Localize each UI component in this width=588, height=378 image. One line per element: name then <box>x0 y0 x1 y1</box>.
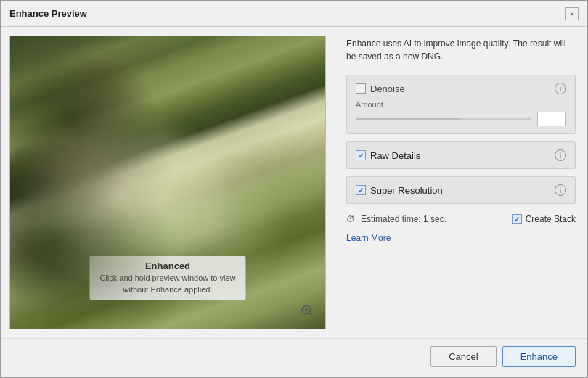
preview-label-title: Enhanced <box>99 260 235 271</box>
denoise-group: Denoise i Amount <box>346 75 576 134</box>
denoise-checkbox[interactable] <box>356 83 366 94</box>
estimated-row: ⏱ Estimated time: 1 sec. Create Stack <box>346 214 576 224</box>
cancel-button[interactable]: Cancel <box>430 346 496 367</box>
estimated-text: Estimated time: 1 sec. <box>361 214 506 224</box>
super-resolution-label: Super Resolution <box>370 185 550 196</box>
amount-label: Amount <box>356 100 566 109</box>
slider-fill <box>356 118 461 120</box>
super-resolution-checkbox[interactable] <box>356 185 366 195</box>
create-stack-row: Create Stack <box>512 214 576 224</box>
super-resolution-group: Super Resolution i <box>346 176 576 204</box>
description-text: Enhance uses AI to improve image quality… <box>346 37 576 63</box>
create-stack-label: Create Stack <box>526 214 576 224</box>
close-button[interactable]: × <box>565 7 579 20</box>
settings-panel: Enhance uses AI to improve image quality… <box>335 27 587 338</box>
denoise-label: Denoise <box>370 83 550 94</box>
preview-image[interactable]: Enhanced Click and hold preview window t… <box>9 36 326 329</box>
raw-details-label: Raw Details <box>370 150 550 161</box>
super-resolution-info-icon[interactable]: i <box>555 184 566 196</box>
raw-details-info-icon[interactable]: i <box>555 149 566 161</box>
amount-row: Amount <box>356 100 566 126</box>
title-bar: Enhance Preview × <box>1 1 587 27</box>
slider-row <box>356 112 566 126</box>
svg-line-1 <box>309 313 313 316</box>
raw-details-group: Raw Details i <box>346 141 576 169</box>
learn-more-link[interactable]: Learn More <box>346 233 576 243</box>
amount-slider-track[interactable] <box>356 118 531 120</box>
preview-panel: Enhanced Click and hold preview window t… <box>1 27 335 338</box>
denoise-info-icon[interactable]: i <box>555 83 566 94</box>
dialog-title: Enhance Preview <box>9 8 87 19</box>
clock-icon: ⏱ <box>346 214 355 224</box>
create-stack-checkbox[interactable] <box>512 214 522 224</box>
denoise-row: Denoise i <box>356 83 566 94</box>
enhance-button[interactable]: Enhance <box>502 346 576 367</box>
super-resolution-row: Super Resolution i <box>356 184 566 196</box>
buttons-row: Cancel Enhance <box>1 338 587 377</box>
enhance-preview-dialog: Enhance Preview × Enhanced Click and hol… <box>0 0 588 378</box>
svg-point-0 <box>303 306 311 314</box>
zoom-icon[interactable] <box>301 304 315 319</box>
slider-value <box>537 112 566 126</box>
raw-details-row: Raw Details i <box>356 149 566 161</box>
raw-details-checkbox[interactable] <box>356 150 366 160</box>
preview-label-text: Click and hold preview window to viewwit… <box>99 273 235 295</box>
preview-label: Enhanced Click and hold preview window t… <box>89 256 245 300</box>
dialog-content: Enhanced Click and hold preview window t… <box>1 27 587 338</box>
